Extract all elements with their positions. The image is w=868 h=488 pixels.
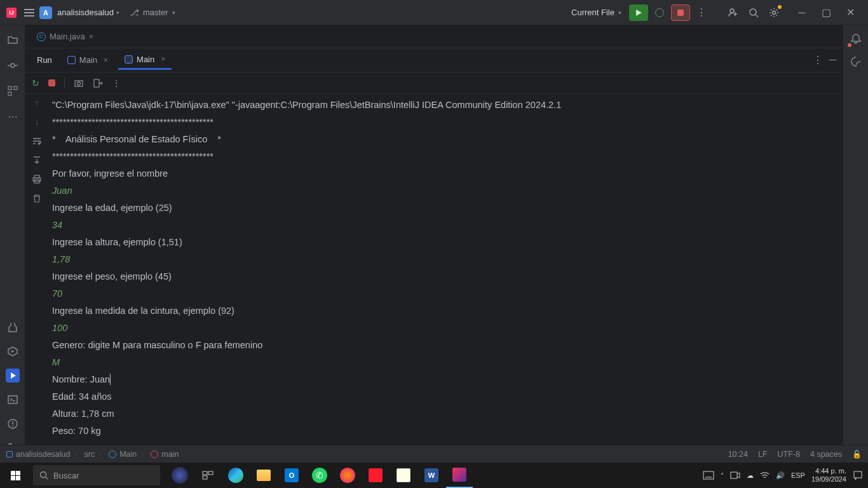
svg-point-1 (750, 9, 756, 15)
taskbar-app-opera[interactable] (362, 463, 389, 488)
breadcrumb-project[interactable]: analisisdesalud (6, 450, 70, 459)
start-button[interactable] (0, 463, 31, 488)
breadcrumb-label: Main (119, 450, 137, 459)
close-run-tab-button[interactable]: × (161, 55, 165, 64)
soft-wrap-button[interactable] (32, 136, 42, 146)
chevron-down-icon: ▾ (618, 10, 621, 16)
console-line: Ingrese la altura, ejemplo (1,51) (52, 237, 182, 247)
taskbar-app-cortana[interactable] (166, 463, 193, 488)
stop-button[interactable] (671, 4, 690, 21)
close-tab-button[interactable]: × (89, 32, 94, 41)
indent-setting[interactable]: 4 spaces (810, 450, 842, 459)
scroll-down-icon[interactable]: ↓ (35, 117, 39, 127)
caret-position[interactable]: 10:24 (728, 450, 748, 459)
scroll-to-end-button[interactable] (32, 155, 42, 165)
console-line: * Análisis Personal de Estado Físico * (52, 134, 221, 144)
branch-name-label: master (143, 8, 168, 17)
taskbar-app-explorer[interactable] (250, 463, 277, 488)
readonly-lock-icon[interactable]: 🔓 (852, 450, 862, 459)
stop-process-button[interactable] (48, 79, 55, 86)
taskbar-search[interactable]: Buscar (33, 465, 160, 485)
tray-action-center-icon[interactable] (853, 470, 863, 480)
tray-clock[interactable]: 4:44 p. m. 19/09/2024 (811, 467, 846, 484)
rerun-button[interactable]: ↻ (32, 78, 39, 88)
taskbar-app-firefox[interactable] (334, 463, 361, 488)
svg-rect-33 (731, 472, 737, 478)
exit-button[interactable] (93, 78, 103, 88)
tray-keyboard-icon[interactable] (703, 471, 714, 480)
scroll-up-icon[interactable]: ↑ (35, 98, 39, 108)
structure-tool-button[interactable] (6, 84, 20, 98)
console-output[interactable]: "C:\Program Files\Java\jdk-17\bin\java.e… (48, 94, 843, 463)
project-selector[interactable]: analisisdesalud ▾ (57, 8, 119, 17)
run-tab-main-2[interactable]: Main × (118, 51, 172, 70)
minimize-button[interactable]: ─ (790, 4, 813, 22)
toolbar-more-button[interactable]: ⋮ (112, 78, 121, 88)
taskbar-app-outlook[interactable]: O (278, 463, 305, 488)
editor-tab-main[interactable]: C Main.java × (31, 28, 100, 45)
settings-button[interactable] (765, 4, 783, 22)
console-input-line: M (52, 357, 60, 367)
problems-tool-button[interactable] (6, 417, 20, 431)
run-panel-more-button[interactable]: ⋮ (813, 54, 823, 66)
class-file-icon: C (37, 32, 46, 41)
console-wrap: ↑ ↓ "C:\Program Files\Java\jdk-17\bin\ja… (25, 94, 843, 463)
file-encoding[interactable]: UTF-8 (778, 450, 800, 459)
line-separator[interactable]: LF (758, 450, 768, 459)
breadcrumb-src[interactable]: src (84, 450, 95, 459)
svg-point-26 (41, 472, 46, 478)
more-actions-button[interactable]: ⋮ (693, 4, 710, 22)
commit-tool-button[interactable] (6, 58, 20, 72)
more-tools-button[interactable]: ⋯ (6, 109, 20, 123)
breadcrumb-separator-icon: 〉 (140, 450, 147, 459)
toolbar-separator (64, 78, 65, 89)
taskbar-app-notes[interactable] (390, 463, 417, 488)
svg-rect-23 (34, 175, 39, 178)
breadcrumb-class[interactable]: Main (109, 450, 137, 459)
tray-onedrive-icon[interactable]: ☁ (747, 471, 754, 480)
breadcrumb-method[interactable]: main (151, 450, 179, 459)
terminal-tool-button[interactable] (6, 393, 20, 407)
tray-language[interactable]: ESP (791, 471, 805, 479)
run-panel-minimize-button[interactable]: ─ (829, 54, 836, 66)
taskbar-app-whatsapp[interactable]: ✆ (306, 463, 333, 488)
taskbar-app-taskview[interactable] (194, 463, 221, 488)
tray-volume-icon[interactable]: 🔊 (776, 471, 785, 480)
tray-meet-now-icon[interactable] (730, 471, 740, 480)
ai-assistant-button[interactable] (850, 56, 862, 67)
tray-wifi-icon[interactable] (760, 471, 770, 479)
build-tool-button[interactable] (6, 320, 20, 334)
print-button[interactable] (32, 174, 42, 184)
svg-rect-31 (703, 471, 714, 479)
screenshot-button[interactable] (74, 78, 84, 88)
run-config-selector[interactable]: Current File ▾ (566, 5, 627, 20)
svg-rect-29 (208, 471, 213, 475)
close-button[interactable]: ✕ (839, 4, 862, 22)
console-line: Por favor, ingrese el nombre (52, 168, 168, 179)
tray-chevron-up-icon[interactable]: ˄ (721, 472, 724, 479)
maximize-button[interactable]: ▢ (815, 4, 837, 22)
services-tool-button[interactable] (6, 344, 20, 358)
debug-button[interactable] (651, 4, 668, 21)
left-tool-sidebar: ⋯ (0, 25, 25, 463)
svg-point-4 (11, 64, 15, 67)
run-button[interactable] (629, 4, 648, 21)
taskbar-app-word[interactable]: W (418, 463, 445, 488)
search-button[interactable] (745, 4, 763, 22)
notifications-button[interactable] (850, 33, 862, 44)
close-run-tab-button[interactable]: × (104, 56, 108, 65)
svg-rect-34 (854, 471, 862, 478)
chevron-down-icon: ▾ (172, 10, 175, 16)
status-bar-right: 10:24 LF UTF-8 4 spaces 🔓 (728, 450, 862, 459)
project-tool-button[interactable] (6, 33, 20, 47)
system-tray: ˄ ☁ 🔊 ESP 4:44 p. m. 19/09/2024 (703, 467, 868, 484)
taskbar-app-edge[interactable] (222, 463, 249, 488)
git-branch-selector[interactable]: ⎇ master ▾ (130, 8, 175, 17)
run-tab-main-1[interactable]: Main × (61, 51, 114, 69)
main-menu-button[interactable] (22, 6, 34, 19)
code-with-me-button[interactable] (724, 4, 742, 22)
taskbar-app-intellij[interactable] (446, 463, 473, 488)
clear-button[interactable] (32, 193, 42, 203)
project-badge: A (39, 6, 52, 19)
run-tool-button[interactable] (6, 369, 20, 383)
